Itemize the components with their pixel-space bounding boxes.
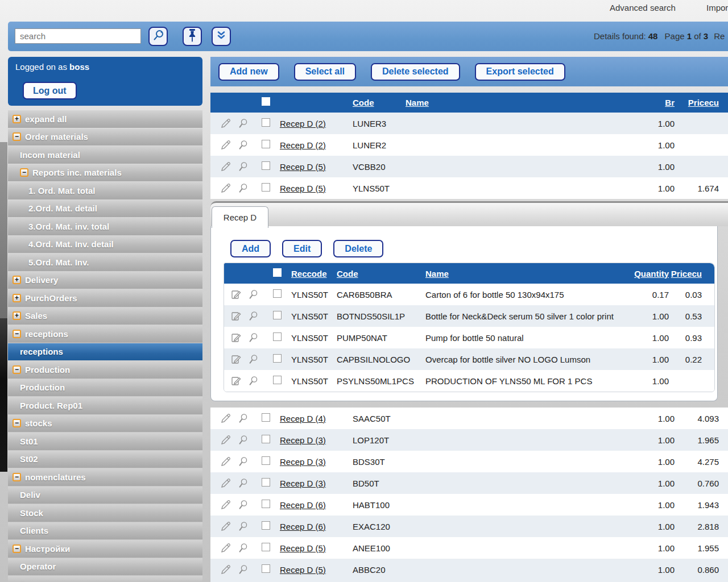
detail-column-header-code[interactable]: Code [337, 269, 425, 278]
recep-link[interactable]: Recep D (6) [280, 500, 326, 510]
sidebar-item-sales[interactable]: +Sales [8, 307, 202, 325]
search-input[interactable] [15, 28, 141, 44]
plus-icon[interactable]: + [13, 294, 21, 302]
magnifier-icon[interactable] [247, 375, 259, 386]
sidebar-item-receptions[interactable]: receptions [8, 343, 202, 361]
sidebar-item-st02[interactable]: St02 [8, 451, 202, 468]
magnifier-icon[interactable] [247, 354, 259, 365]
expand-panel-button[interactable] [212, 27, 231, 46]
recep-link[interactable]: Recep D (6) [280, 522, 326, 531]
minus-icon[interactable]: − [13, 330, 21, 338]
row-checkbox[interactable] [273, 376, 282, 384]
delete-selected-button[interactable]: Delete selected [371, 63, 460, 81]
recep-link[interactable]: Recep D (5) [280, 543, 326, 553]
row-checkbox[interactable] [273, 311, 282, 319]
detail-add-button[interactable]: Add [230, 240, 271, 257]
edit-note-icon[interactable] [230, 354, 242, 365]
sidebar-item-st01[interactable]: St01 [8, 433, 202, 450]
row-checkbox[interactable] [262, 140, 270, 148]
sidebar-item-p[interactable]: P [8, 576, 202, 582]
plus-icon[interactable]: + [13, 276, 21, 284]
pencil-icon[interactable] [220, 477, 232, 489]
sidebar-item-purchorders[interactable]: +PurchOrders [8, 289, 202, 307]
sidebar-item-5-ord-mat-inv-[interactable]: 5.Ord. Mat. Inv. [8, 253, 202, 271]
select-all-button[interactable]: Select all [294, 63, 356, 81]
magnifier-icon[interactable] [237, 564, 249, 575]
row-checkbox[interactable] [262, 564, 270, 573]
pencil-icon[interactable] [220, 456, 232, 467]
row-checkbox[interactable] [262, 435, 270, 443]
sidebar-item-incom-material[interactable]: Incom material [8, 146, 202, 164]
row-checkbox[interactable] [262, 161, 270, 170]
add-new-button[interactable]: Add new [218, 63, 279, 81]
minus-icon[interactable]: − [13, 544, 21, 553]
pencil-icon[interactable] [220, 521, 232, 532]
minus-icon[interactable]: − [13, 419, 21, 427]
sidebar-item-1-ord-mat-total[interactable]: 1. Ord. Mat. total [8, 182, 202, 199]
magnifier-icon[interactable] [247, 332, 259, 343]
detail-column-header-quantity[interactable]: Quantity [632, 269, 669, 278]
column-header-br[interactable]: Br [629, 98, 675, 107]
pin-button[interactable] [183, 27, 202, 46]
tab-recep-d[interactable]: Recep D [212, 206, 268, 228]
detail-delete-button[interactable]: Delete [333, 240, 383, 257]
advanced-search-link[interactable]: Advanced search [610, 1, 676, 15]
magnifier-icon[interactable] [237, 413, 249, 424]
magnifier-icon[interactable] [237, 521, 249, 532]
row-checkbox[interactable] [273, 354, 282, 363]
import-link[interactable]: Import [706, 1, 728, 15]
column-header-code[interactable]: Code [353, 98, 406, 107]
pencil-icon[interactable] [220, 542, 232, 554]
log-out-button[interactable]: Log out [23, 82, 77, 99]
sidebar-item-product-rep01[interactable]: Product. Rep01 [8, 397, 202, 414]
row-checkbox[interactable] [262, 500, 270, 508]
magnifier-icon[interactable] [237, 161, 249, 172]
row-checkbox[interactable] [262, 543, 270, 551]
plus-icon[interactable]: + [13, 115, 21, 123]
pencil-icon[interactable] [220, 413, 232, 424]
row-checkbox[interactable] [273, 289, 282, 298]
row-checkbox[interactable] [262, 413, 270, 422]
edit-note-icon[interactable] [230, 375, 242, 386]
export-selected-button[interactable]: Export selected [475, 63, 565, 81]
recep-link[interactable]: Recep D (2) [280, 140, 326, 150]
detail-column-header-reccode[interactable]: Reccode [291, 269, 337, 278]
row-checkbox[interactable] [262, 118, 270, 127]
row-checkbox[interactable] [262, 478, 270, 487]
detail-column-header-name[interactable]: Name [425, 269, 632, 278]
sidebar-item-nomenclatures[interactable]: −nomenclatures [8, 468, 202, 486]
magnifier-icon[interactable] [237, 456, 249, 467]
pencil-icon[interactable] [220, 434, 232, 446]
magnifier-icon[interactable] [237, 542, 249, 554]
recep-link[interactable]: Recep D (5) [280, 184, 326, 193]
sidebar-item-stocks[interactable]: −stocks [8, 415, 202, 433]
pencil-icon[interactable] [220, 564, 232, 575]
magnifier-icon[interactable] [247, 310, 259, 322]
edit-note-icon[interactable] [230, 310, 242, 322]
pencil-icon[interactable] [220, 161, 232, 172]
row-checkbox[interactable] [262, 183, 270, 192]
sidebar-item-production[interactable]: −Production [8, 361, 202, 379]
pencil-icon[interactable] [220, 182, 232, 194]
recep-link[interactable]: Recep D (3) [280, 457, 326, 467]
detail-column-header-pricecu[interactable]: Pricecu [669, 269, 702, 278]
recep-link[interactable]: Recep D (2) [280, 119, 326, 128]
select-all-checkbox[interactable] [262, 97, 270, 106]
sidebar-item-order-materials[interactable]: −Order materials [8, 128, 202, 146]
sidebar-item-operator[interactable]: Operator [8, 558, 202, 576]
minus-icon[interactable]: − [13, 132, 21, 141]
sidebar-item-4-ord-mat-inv-detail[interactable]: 4.Ord. Mat. Inv. detail [8, 236, 202, 253]
sidebar-item-clients[interactable]: Clients [8, 522, 202, 540]
pencil-icon[interactable] [220, 139, 232, 151]
edit-note-icon[interactable] [230, 289, 242, 300]
column-header-name[interactable]: Name [406, 98, 629, 107]
sidebar-item-receptions[interactable]: −receptions [8, 325, 202, 343]
pencil-icon[interactable] [220, 118, 232, 129]
sidebar-item-deliv[interactable]: Deliv [8, 487, 202, 504]
detail-edit-button[interactable]: Edit [282, 240, 322, 257]
search-button[interactable] [148, 27, 168, 46]
magnifier-icon[interactable] [237, 118, 249, 129]
magnifier-icon[interactable] [237, 182, 249, 194]
recep-link[interactable]: Recep D (3) [280, 435, 326, 445]
magnifier-icon[interactable] [237, 477, 249, 489]
